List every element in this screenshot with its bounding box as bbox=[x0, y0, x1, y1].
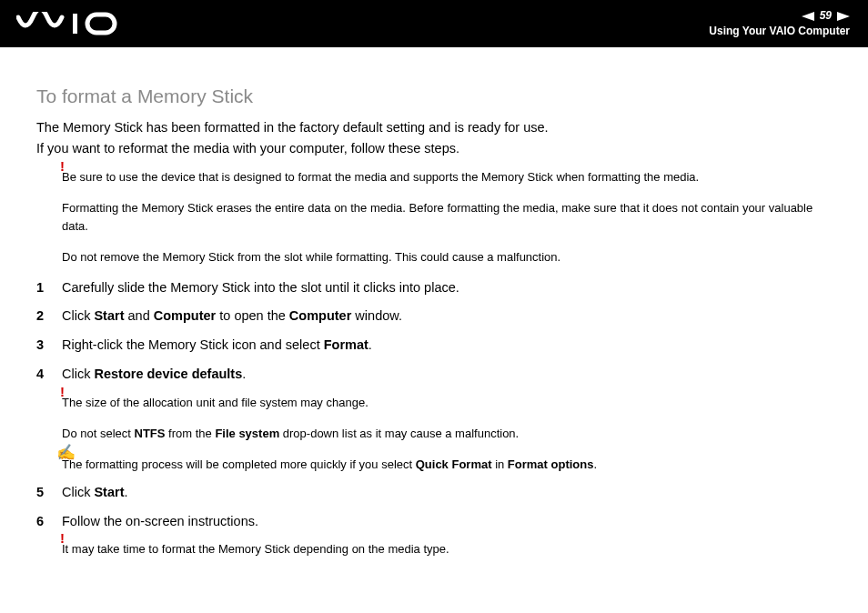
header-section: Using Your VAIO Computer bbox=[709, 25, 850, 38]
step-item: Click Start and Computer to open the Com… bbox=[36, 306, 832, 327]
warning-text: Do not remove the Memory Stick from the … bbox=[62, 250, 560, 264]
warning-icon: ! bbox=[60, 528, 65, 548]
next-page-icon[interactable] bbox=[837, 12, 850, 21]
page-body: To format a Memory Stick The Memory Stic… bbox=[0, 47, 868, 559]
step-item: Follow the on-screen instructions. ! It … bbox=[36, 512, 832, 559]
page-title: To format a Memory Stick bbox=[36, 82, 832, 111]
step-item: Click Restore device defaults. ! The siz… bbox=[36, 365, 832, 474]
svg-marker-2 bbox=[802, 12, 814, 21]
warning-icon: ! bbox=[60, 156, 65, 176]
intro-line: If you want to reformat the media with y… bbox=[36, 139, 832, 159]
warning-text: Be sure to use the device that is design… bbox=[62, 170, 699, 184]
svg-rect-1 bbox=[87, 15, 115, 33]
header-right: 59 Using Your VAIO Computer bbox=[709, 9, 850, 38]
prev-page-icon[interactable] bbox=[802, 12, 814, 21]
note-icon: ✍ bbox=[56, 441, 76, 465]
warning-icon: ! bbox=[60, 381, 65, 402]
svg-marker-3 bbox=[837, 12, 850, 21]
page-number: 59 bbox=[820, 9, 832, 23]
step-item: Click Start. bbox=[36, 483, 832, 503]
header-bar: 59 Using Your VAIO Computer bbox=[0, 0, 868, 47]
svg-rect-0 bbox=[73, 14, 77, 34]
warning-block: ! Be sure to use the device that is desi… bbox=[62, 168, 832, 267]
vaio-logo bbox=[16, 12, 126, 35]
note-block: ✍ The formatting process will be complet… bbox=[62, 456, 832, 474]
step-item: Carefully slide the Memory Stick into th… bbox=[36, 278, 832, 298]
page-nav: 59 bbox=[709, 9, 850, 23]
warning-text: It may take time to format the Memory St… bbox=[62, 542, 449, 556]
warning-block: ! The size of the allocation unit and fi… bbox=[62, 394, 832, 443]
warning-block: ! It may take time to format the Memory … bbox=[62, 540, 832, 558]
warning-text: Formatting the Memory Stick erases the e… bbox=[62, 201, 812, 233]
step-item: Right-click the Memory Stick icon and se… bbox=[36, 336, 832, 356]
warning-text: The size of the allocation unit and file… bbox=[62, 396, 368, 409]
steps-list: Carefully slide the Memory Stick into th… bbox=[36, 278, 832, 559]
intro-line: The Memory Stick has been formatted in t… bbox=[36, 118, 832, 138]
intro-text: The Memory Stick has been formatted in t… bbox=[36, 118, 832, 160]
